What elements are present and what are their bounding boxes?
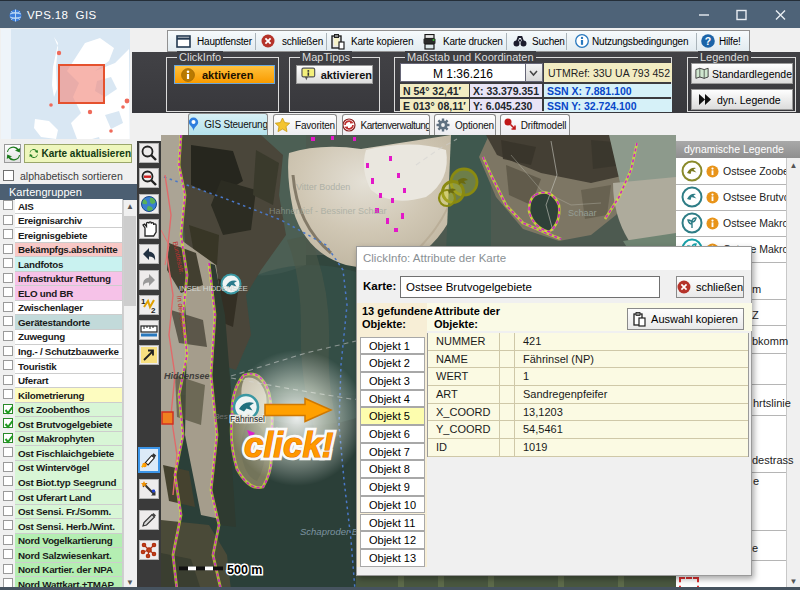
svg-text:Vitter Bodden: Vitter Bodden	[296, 182, 350, 192]
svg-text:?: ?	[705, 35, 711, 47]
svg-text:Schaar: Schaar	[568, 208, 597, 218]
svg-text:Bes: Bes	[214, 412, 228, 421]
svg-text:INSEL HIDDENSEE: INSEL HIDDENSEE	[179, 284, 248, 293]
svg-text:Fährinsel: Fährinsel	[230, 414, 265, 424]
svg-text:Hahnentief - Bessiner Schaar: Hahnentief - Bessiner Schaar	[269, 206, 387, 216]
svg-text:Hiddensee: Hiddensee	[164, 371, 210, 381]
svg-text:500 m: 500 m	[227, 563, 262, 577]
svg-text:click!: click!	[244, 425, 334, 464]
svg-text:2: 2	[151, 306, 156, 314]
